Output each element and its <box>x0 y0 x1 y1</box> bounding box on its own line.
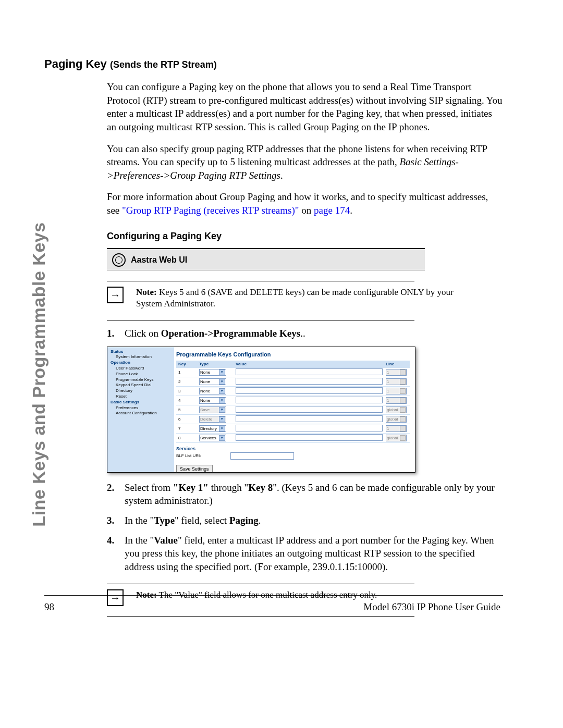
value-input[interactable] <box>236 415 383 422</box>
step-number: 2. <box>107 481 119 508</box>
cell-line: global <box>384 433 410 442</box>
services-heading: Services <box>176 446 410 451</box>
line-select[interactable]: 1 <box>386 425 407 432</box>
paragraph-1: You can configure a Paging key on the ph… <box>107 80 503 134</box>
step-4-text: In the "Value" field, enter a multicast … <box>125 534 503 574</box>
cell-value <box>234 414 384 424</box>
cell-line: 1 <box>384 377 410 386</box>
blf-label: BLF List URI: <box>176 453 201 458</box>
line-select[interactable]: 1 <box>386 388 407 394</box>
cell-key: 7 <box>176 424 197 433</box>
divider <box>107 320 414 320</box>
section-heading-configuring: Configuring a Paging Key <box>107 231 503 242</box>
content-area: Paging Key (Sends the RTP Stream) You ca… <box>44 57 503 622</box>
chevron-down-icon: ▾ <box>219 369 225 375</box>
value-input[interactable] <box>236 368 383 375</box>
cell-value <box>234 386 384 396</box>
cell-type: None▾ <box>197 368 234 377</box>
step-number: 3. <box>107 514 119 527</box>
step-2: 2. Select from "Key 1" through "Key 8". … <box>107 481 503 508</box>
blf-input[interactable] <box>230 452 294 460</box>
screenshot-sidebar: Status System Information Operation User… <box>107 347 174 473</box>
chevron-down-icon: ▾ <box>219 435 225 441</box>
cell-line: 1 <box>384 424 410 433</box>
chevron-down-icon <box>400 369 406 375</box>
link-page-174[interactable]: page 174 <box>314 205 350 216</box>
cell-type: Services▾ <box>197 433 234 442</box>
link-group-rtp[interactable]: "Group RTP Paging (receives RTP streams)… <box>122 205 299 216</box>
paragraph-2: You can also specify group paging RTP ad… <box>107 142 503 182</box>
col-key: Key <box>176 361 197 368</box>
table-row: 6Delete▾global <box>176 414 410 424</box>
value-input[interactable] <box>236 378 383 385</box>
chevron-down-icon <box>400 407 406 413</box>
cell-line: global <box>384 405 410 414</box>
chevron-down-icon <box>400 388 406 394</box>
value-input[interactable] <box>236 425 383 431</box>
cell-type: Directory▾ <box>197 424 234 433</box>
divider <box>107 616 414 617</box>
table-header-row: Key Type Value Line <box>176 361 410 368</box>
page-heading: Paging Key (Sends the RTP Stream) <box>44 57 503 71</box>
chevron-down-icon <box>400 426 406 431</box>
chevron-down-icon <box>400 435 406 441</box>
line-select[interactable]: 1 <box>386 397 407 404</box>
chevron-down-icon: ▾ <box>219 426 225 431</box>
line-select[interactable]: global <box>386 406 407 413</box>
type-select[interactable]: Directory▾ <box>199 425 226 432</box>
line-select[interactable]: 1 <box>386 369 407 376</box>
cell-type: None▾ <box>197 396 234 405</box>
cell-line: 1 <box>384 368 410 377</box>
cell-value <box>234 433 384 442</box>
line-select[interactable]: global <box>386 435 407 441</box>
step-4: 4. In the "Value" field, enter a multica… <box>107 534 503 574</box>
nav-reset: Reset <box>111 394 174 400</box>
table-row: 8Services▾global <box>176 433 410 442</box>
line-select[interactable]: 1 <box>386 378 407 385</box>
cell-value <box>234 368 384 377</box>
value-input[interactable] <box>236 387 383 394</box>
chevron-down-icon <box>400 379 406 385</box>
page: Line Keys and Programmable Keys Paging K… <box>0 0 563 728</box>
cell-key: 5 <box>176 405 197 414</box>
screenshot-title: Programmable Keys Configuration <box>176 351 410 357</box>
table-row: 3None▾1 <box>176 386 410 396</box>
value-input[interactable] <box>236 434 383 441</box>
chevron-down-icon <box>400 398 406 403</box>
save-settings-button[interactable]: Save Settings <box>176 465 213 473</box>
cell-key: 1 <box>176 368 197 377</box>
chevron-down-icon: ▾ <box>219 388 225 394</box>
globe-icon <box>112 253 126 267</box>
step-3-text: In the "Type" field, select Paging. <box>125 514 503 527</box>
value-input[interactable] <box>236 397 383 403</box>
type-select[interactable]: None▾ <box>199 388 226 394</box>
type-select[interactable]: None▾ <box>199 378 226 385</box>
step-3: 3. In the "Type" field, select Paging. <box>107 514 503 527</box>
table-row: 2None▾1 <box>176 377 410 386</box>
cell-key: 6 <box>176 414 197 424</box>
type-select[interactable]: None▾ <box>199 369 226 376</box>
paragraph-3: For more information about Group Paging … <box>107 190 503 217</box>
document-title: Model 6730i IP Phone User Guide <box>363 601 500 613</box>
type-select[interactable]: Services▾ <box>199 435 226 441</box>
chevron-down-icon: ▾ <box>219 398 225 403</box>
table-row: 4None▾1 <box>176 396 410 405</box>
step-1: 1. Click on Operation->Programmable Keys… <box>107 327 503 340</box>
note-1: → Note: Keys 5 and 6 (SAVE and DELETE ke… <box>107 287 461 310</box>
type-select[interactable]: None▾ <box>199 397 226 404</box>
nav-basic: Basic Settings <box>111 400 174 405</box>
note-1-text: Note: Keys 5 and 6 (SAVE and DELETE keys… <box>136 287 461 310</box>
value-input[interactable] <box>236 406 383 413</box>
footer-divider <box>44 595 503 596</box>
col-line: Line <box>384 361 410 368</box>
cell-value <box>234 377 384 386</box>
arrow-right-icon: → <box>107 287 124 303</box>
type-select[interactable]: Delete▾ <box>199 416 226 423</box>
type-select[interactable]: Save▾ <box>199 406 226 413</box>
table-row: 5Save▾global <box>176 405 410 414</box>
chevron-down-icon <box>400 416 406 422</box>
nav-sysinfo: System Information <box>111 354 174 360</box>
cell-value <box>234 396 384 405</box>
col-value: Value <box>234 361 384 368</box>
line-select[interactable]: global <box>386 416 407 423</box>
